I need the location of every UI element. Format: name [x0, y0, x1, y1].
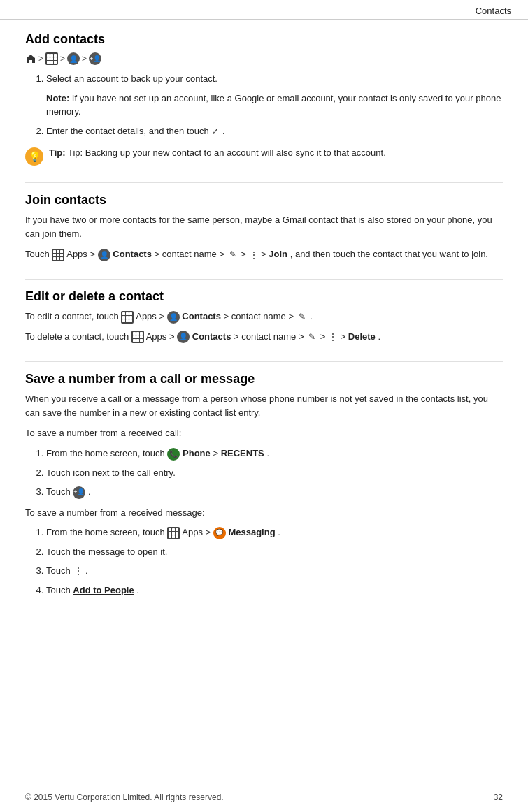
person-add-icon-call: +👤 — [73, 486, 85, 499]
edit-delete-title: Edit or delete a contact — [25, 289, 503, 304]
add-contacts-title: Add contacts — [25, 32, 503, 47]
tip-icon: 💡 — [25, 147, 43, 166]
join-contacts-title: Join contacts — [25, 193, 503, 208]
messaging-icon: 💬 — [213, 527, 226, 539]
call-steps-list: From the home screen, touch 📞 Phone > RE… — [46, 447, 503, 499]
section-add-contacts: Add contacts > > 👤 > +👤 Select an accoun… — [25, 32, 503, 166]
call-step-1: From the home screen, touch 📞 Phone > RE… — [46, 447, 503, 461]
add-contacts-steps: Select an account to back up your contac… — [46, 72, 503, 139]
person-add-icon-1: +👤 — [89, 52, 101, 65]
divider-3 — [25, 361, 503, 362]
divider-1 — [25, 182, 503, 183]
footer-copyright: © 2015 Vertu Corporation Limited. All ri… — [25, 792, 224, 802]
note-label: Note: — [46, 93, 69, 103]
message-steps-list: From the home screen, touch Apps > 💬 Mes… — [46, 525, 503, 597]
more-icon-msg: ⋮ — [73, 567, 83, 577]
chevron-2: > — [60, 54, 65, 64]
add-step-2: Enter the contact details, and then touc… — [46, 124, 503, 139]
save-number-title: Save a number from a call or message — [25, 372, 503, 386]
join-intro: If you have two or more contacts for the… — [25, 213, 503, 242]
message-step-2: Touch the message to open it. — [46, 545, 503, 559]
contacts-icon-join: 👤 — [98, 249, 110, 261]
section-edit-delete: Edit or delete a contact To edit a conta… — [25, 289, 503, 345]
pencil-icon-join: ✎ — [227, 249, 238, 261]
phone-icon: 📞 — [167, 448, 180, 461]
call-step-2: Touch icon next to the call entry. — [46, 466, 503, 480]
pencil-icon-delete: ✎ — [306, 331, 317, 342]
check-icon: ✓ — [211, 124, 220, 139]
add-contacts-note: Note: If you have not set up an account,… — [46, 92, 503, 119]
page-footer: © 2015 Vertu Corporation Limited. All ri… — [25, 788, 503, 802]
contacts-icon-1: 👤 — [67, 52, 80, 65]
section-save-number: Save a number from a call or message Whe… — [25, 372, 503, 597]
apps-icon-1 — [45, 52, 58, 65]
add-step-1: Select an account to back up your contac… — [46, 72, 503, 119]
add-to-people-label: Add to People — [73, 585, 134, 595]
call-intro: To save a number from a received call: — [25, 426, 503, 441]
home-icon — [25, 53, 36, 64]
message-step-4: Touch Add to People . — [46, 583, 503, 597]
delete-instruction: To delete a contact, touch Apps > 👤 Cont… — [25, 330, 503, 345]
divider-2 — [25, 279, 503, 280]
message-step-1: From the home screen, touch Apps > 💬 Mes… — [46, 525, 503, 539]
message-step-3: Touch ⋮ . — [46, 564, 503, 578]
contacts-icon-edit: 👤 — [167, 311, 180, 324]
call-step-3: Touch +👤 . — [46, 485, 503, 499]
more-icon-join: ⋮ — [248, 250, 258, 260]
more-icon-delete: ⋮ — [328, 332, 338, 342]
edit-instruction: To edit a contact, touch Apps > 👤 Contac… — [25, 310, 503, 324]
header-title: Contacts — [476, 6, 511, 16]
tip-label: Tip: — [49, 147, 66, 158]
tip-text: Tip: Tip: Backing up your new contact to… — [49, 146, 386, 160]
apps-icon-delete — [131, 331, 144, 343]
apps-icon-msg — [167, 527, 180, 539]
page-content: Add contacts > > 👤 > +👤 Select an accoun… — [0, 20, 528, 641]
section-join-contacts: Join contacts If you have two or more co… — [25, 193, 503, 262]
apps-icon-join — [52, 249, 64, 261]
chevron-1: > — [38, 54, 43, 64]
chevron-3: > — [82, 54, 87, 64]
contacts-icon-delete: 👤 — [177, 331, 190, 343]
footer-page-number: 32 — [494, 792, 503, 802]
message-intro: To save a number from a received message… — [25, 506, 503, 521]
join-instruction: Touch Apps > 👤 Contacts > contact name >… — [25, 247, 503, 262]
tip-block: 💡 Tip: Tip: Backing up your new contact … — [25, 146, 503, 166]
apps-icon-edit — [121, 311, 134, 324]
pencil-icon-edit: ✎ — [297, 312, 308, 323]
save-number-intro: When you receive a call or a message fro… — [25, 392, 503, 421]
page-header: Contacts — [0, 0, 528, 20]
add-contacts-breadcrumb: > > 👤 > +👤 — [25, 52, 503, 65]
